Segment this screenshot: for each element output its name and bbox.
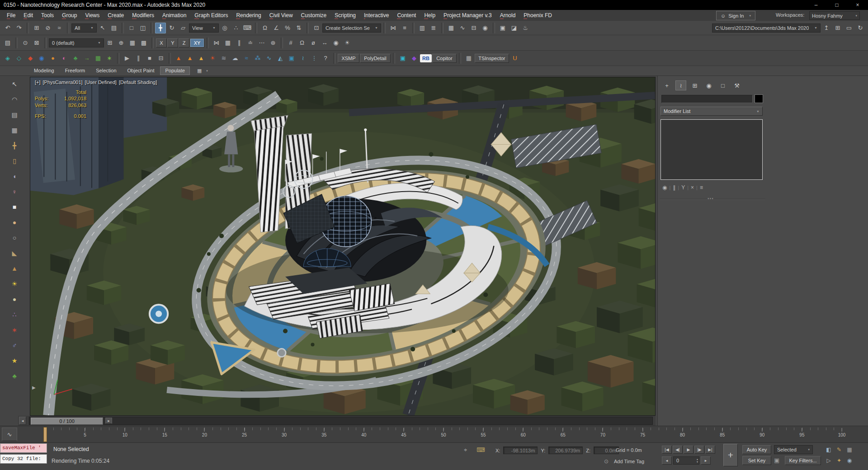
phoenix-fire-icon[interactable]: ●: [47, 53, 58, 64]
maxscript-macro-recorder[interactable]: saveMaxFile ': [0, 443, 47, 453]
track-bar[interactable]: ∿ 05101520253035404550556065707580859095…: [0, 426, 868, 443]
menu-item-edit[interactable]: Edit: [19, 11, 37, 20]
menu-item-graph-editors[interactable]: Graph Editors: [190, 11, 232, 20]
fountain-preset-icon[interactable]: ≀: [297, 53, 308, 64]
next-frame-button[interactable]: |▶: [694, 446, 704, 454]
cylinder-primitive-icon[interactable]: ▯: [9, 155, 20, 166]
delete-history-icon[interactable]: ⊟: [156, 53, 166, 64]
add-to-layer-icon[interactable]: ⊕: [116, 38, 127, 48]
record-icon[interactable]: ◉: [845, 456, 854, 465]
splash-preset-icon[interactable]: ⁂: [252, 53, 263, 64]
rb-badge[interactable]: RB: [420, 54, 432, 62]
display-tab[interactable]: □: [717, 80, 728, 90]
forest-pack-icon[interactable]: ♣: [70, 53, 81, 64]
configure-modifier-sets-button[interactable]: ≡: [700, 184, 703, 191]
material-editor-icon[interactable]: ◉: [480, 23, 491, 33]
cone-primitive-icon[interactable]: ▲: [9, 263, 20, 274]
redo-icon[interactable]: ↷: [14, 23, 24, 33]
utilities-tab[interactable]: ⚒: [731, 80, 742, 90]
render-production-icon[interactable]: ♨: [520, 23, 531, 33]
spacing-tool-icon[interactable]: ⋯: [256, 38, 267, 48]
frame-spinner[interactable]: ▴ ▾: [697, 458, 698, 463]
menu-item-modifiers[interactable]: Modifiers: [128, 11, 158, 20]
menu-item-group[interactable]: Group: [58, 11, 81, 20]
unlink-selection-icon[interactable]: ⊘: [42, 23, 53, 33]
ribbon-tab-populate[interactable]: Populate: [160, 66, 189, 75]
viewport-layout-icon[interactable]: ◧: [825, 446, 833, 454]
smoke-preset-icon[interactable]: ≋: [218, 53, 229, 64]
play-animation-icon[interactable]: ▶: [122, 53, 132, 64]
spinner-down-icon[interactable]: ▾: [697, 461, 698, 463]
y-coordinate-field[interactable]: 206.9739m: [548, 446, 583, 454]
viewport-flyout-arrow[interactable]: ▶: [32, 385, 36, 390]
move-tool-icon[interactable]: ╋: [9, 140, 20, 151]
select-object-icon[interactable]: ↖: [97, 23, 108, 33]
quick-align-icon[interactable]: ≐: [245, 38, 256, 48]
rendered-frame-window-icon[interactable]: ◪: [509, 23, 519, 33]
go-to-start-button[interactable]: |◀: [662, 446, 672, 454]
pin-stack-button[interactable]: ◉: [662, 184, 667, 191]
select-by-name-icon[interactable]: ▤: [108, 23, 119, 33]
grids-icon[interactable]: #: [285, 38, 296, 48]
pulze-icon[interactable]: ◆: [409, 53, 420, 64]
menu-item-phoenix-fd[interactable]: Phoenix FD: [519, 11, 556, 20]
close-icon[interactable]: ×: [847, 0, 868, 10]
annotate-icon[interactable]: ✎: [835, 446, 843, 454]
box-primitive-icon[interactable]: ■: [9, 202, 20, 212]
add-time-tag[interactable]: Add Time Tag: [614, 459, 644, 464]
menu-item-project-manager-v-3[interactable]: Project Manager v.3: [439, 11, 496, 20]
key-selection-dropdown[interactable]: Selected ▾: [774, 445, 813, 454]
rectangular-selection-region-icon[interactable]: □: [126, 23, 137, 33]
set-key-button[interactable]: Set Key: [742, 456, 771, 465]
keyboard-override-icon[interactable]: ⌨: [242, 23, 253, 33]
menu-item-tools[interactable]: Tools: [37, 11, 58, 20]
viewport-menu-general[interactable]: [+]: [35, 80, 41, 85]
snap-settings-icon[interactable]: Ω: [297, 38, 307, 48]
project-path-dropdown[interactable]: C:\Users\20122\Documents\3ds Max 2020▼: [712, 24, 821, 33]
tsinspector-button[interactable]: TSInspector: [475, 54, 509, 63]
pause-animation-icon[interactable]: ∥: [133, 53, 144, 64]
viewport-menu-user[interactable]: [User Defined]: [85, 80, 117, 85]
key-filters-button[interactable]: Key Filters...: [785, 456, 821, 465]
workspace-dropdown[interactable]: Hosny Fahmy ▾: [809, 11, 860, 20]
ribbon-tab-selection[interactable]: Selection: [91, 66, 121, 75]
window-crossing-icon[interactable]: ◫: [137, 23, 148, 33]
pink-tool-icon[interactable]: ◐: [59, 53, 70, 64]
sphere-primitive-icon[interactable]: ●: [9, 217, 20, 228]
cloud-preset-icon[interactable]: ☁: [230, 53, 241, 64]
render-setup-icon[interactable]: ▣: [497, 23, 508, 33]
universal-plugin-icon[interactable]: U: [509, 53, 520, 64]
measure-icon[interactable]: ↔: [319, 38, 330, 48]
reference-coordinate-dropdown[interactable]: View▼: [189, 24, 219, 33]
stop-animation-icon[interactable]: ■: [144, 53, 155, 64]
named-selection-dropdown[interactable]: Create Selection Se▼: [322, 24, 381, 33]
polydetail-button[interactable]: PolyDetail: [360, 54, 391, 63]
railclone-icon[interactable]: →: [81, 53, 92, 64]
viewport-canvas[interactable]: [30, 77, 655, 415]
select-and-link-icon[interactable]: ⊞: [31, 23, 42, 33]
fire-preset-icon[interactable]: ▲: [173, 53, 184, 64]
show-end-result-button[interactable]: ∥: [673, 184, 675, 191]
align-tool-icon[interactable]: ∥: [234, 38, 245, 48]
menu-item-rendering[interactable]: Rendering: [232, 11, 265, 20]
vray-frame-icon[interactable]: ◇: [14, 53, 24, 64]
units-icon[interactable]: ø: [308, 38, 319, 48]
restrict-xy-button[interactable]: XY: [190, 38, 204, 47]
make-unique-button[interactable]: Y: [681, 184, 685, 191]
explosion-preset-icon[interactable]: ☀: [207, 53, 218, 64]
selection-filter-dropdown[interactable]: All▼: [71, 24, 97, 33]
next-shot-icon[interactable]: ▷: [825, 456, 833, 465]
wave-preset-icon[interactable]: ∿: [264, 53, 274, 64]
star-primitive-icon[interactable]: ★: [9, 355, 20, 366]
ribbon-tab-modeling[interactable]: Modeling: [29, 66, 59, 75]
arc-tool-icon[interactable]: ◠: [9, 94, 20, 105]
menu-item-civil-view[interactable]: Civil View: [265, 11, 297, 20]
clone-align-icon[interactable]: ⊛: [268, 38, 278, 48]
maxscript-listener-icon[interactable]: ▤: [2, 38, 13, 48]
foliage-tool-icon[interactable]: ♣: [9, 371, 20, 381]
candle-preset-icon[interactable]: ▲: [196, 53, 207, 64]
panel-resize-handle[interactable]: ●●●: [708, 197, 717, 200]
curve-editor-icon[interactable]: ∿: [457, 23, 468, 33]
ship-preset-icon[interactable]: ◭: [275, 53, 286, 64]
layer-explorer-icon[interactable]: ≣: [428, 23, 439, 33]
